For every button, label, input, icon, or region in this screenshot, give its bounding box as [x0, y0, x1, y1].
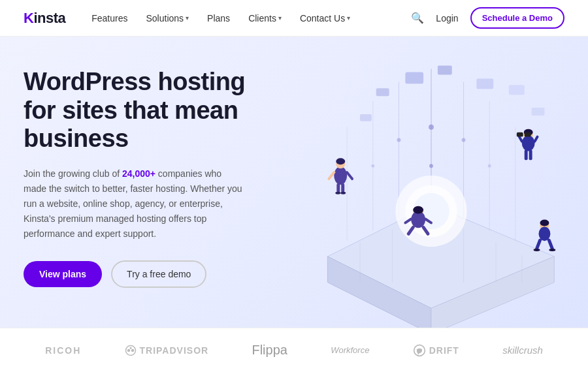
navbar: Kinsta Features Solutions ▾ Plans Client… [0, 0, 588, 37]
svg-point-27 [336, 158, 345, 164]
svg-point-64 [127, 349, 130, 352]
svg-rect-15 [405, 72, 423, 84]
svg-rect-29 [341, 183, 344, 193]
partner-workforce: Workforce [331, 345, 369, 355]
tripadvisor-icon [125, 345, 137, 356]
partners-bar: RICOH Tripadvisor Flippa Workforce Drift… [0, 328, 588, 372]
nav-solutions[interactable]: Solutions ▾ [146, 13, 189, 23]
svg-point-58 [397, 138, 400, 142]
hero-illustration [274, 37, 588, 328]
svg-point-59 [462, 138, 466, 142]
svg-rect-28 [336, 183, 340, 193]
login-link[interactable]: Login [436, 13, 458, 23]
hero-desc-suffix: companies who made the switch to better,… [24, 168, 242, 239]
partner-tripadvisor: Tripadvisor [125, 345, 209, 356]
chevron-down-icon: ▾ [186, 14, 189, 22]
chevron-down-icon: ▾ [347, 14, 350, 22]
search-icon[interactable]: 🔍 [411, 12, 424, 24]
hero-desc-prefix: Join the growing club of [24, 168, 122, 179]
svg-line-46 [519, 137, 522, 142]
svg-line-53 [537, 240, 540, 249]
hero-left: WordPress hosting for sites that mean bu… [0, 37, 274, 328]
svg-point-61 [371, 164, 374, 168]
svg-point-52 [540, 219, 549, 226]
svg-point-66 [129, 347, 131, 349]
nav-features[interactable]: Features [91, 13, 127, 23]
schedule-demo-button[interactable]: Schedule a Demo [470, 7, 564, 29]
nav-contact[interactable]: Contact Us ▾ [300, 13, 350, 23]
svg-rect-16 [438, 66, 452, 75]
svg-rect-44 [525, 149, 528, 160]
drift-icon [413, 344, 426, 357]
partner-drift: Drift [413, 344, 459, 357]
svg-line-47 [535, 137, 538, 142]
svg-point-65 [131, 349, 134, 352]
hero-highlight: 24,000+ [122, 168, 155, 179]
svg-point-31 [340, 192, 346, 194]
hero-title: WordPress hosting for sites that mean bu… [24, 68, 251, 153]
svg-point-57 [429, 125, 434, 130]
svg-point-62 [488, 164, 491, 168]
nav-right: 🔍 Login Schedule a Demo [411, 7, 564, 29]
nav-plans[interactable]: Plans [207, 13, 230, 23]
view-plans-button[interactable]: View plans [24, 261, 102, 287]
logo[interactable]: Kinsta [24, 10, 65, 27]
svg-line-33 [347, 172, 352, 179]
svg-rect-48 [517, 132, 523, 137]
partner-ricoh: RICOH [45, 345, 81, 356]
svg-point-55 [534, 249, 540, 251]
svg-rect-21 [532, 108, 545, 116]
svg-rect-17 [476, 78, 493, 89]
try-demo-button[interactable]: Try a free demo [111, 260, 206, 288]
chevron-down-icon: ▾ [278, 14, 282, 22]
isometric-illustration [274, 37, 588, 328]
svg-point-30 [335, 192, 340, 194]
svg-rect-45 [529, 149, 532, 160]
svg-rect-49 [525, 132, 531, 137]
svg-line-54 [549, 240, 552, 249]
svg-rect-20 [360, 114, 372, 121]
partner-skillcrush: skillcrush [502, 345, 543, 356]
partner-flippa: Flippa [252, 343, 287, 358]
hero-section: WordPress hosting for sites that mean bu… [0, 37, 588, 328]
svg-point-25 [334, 166, 347, 185]
svg-line-32 [329, 172, 334, 179]
hero-buttons: View plans Try a free demo [24, 260, 251, 288]
svg-point-36 [413, 206, 423, 214]
svg-point-60 [429, 164, 433, 168]
svg-point-56 [549, 249, 555, 251]
nav-clients[interactable]: Clients ▾ [248, 13, 282, 23]
svg-rect-18 [376, 88, 389, 96]
svg-rect-19 [509, 85, 525, 95]
hero-description: Join the growing club of 24,000+ compani… [24, 166, 246, 241]
svg-point-42 [522, 136, 535, 151]
nav-links: Features Solutions ▾ Plans Clients ▾ Con… [91, 13, 411, 23]
